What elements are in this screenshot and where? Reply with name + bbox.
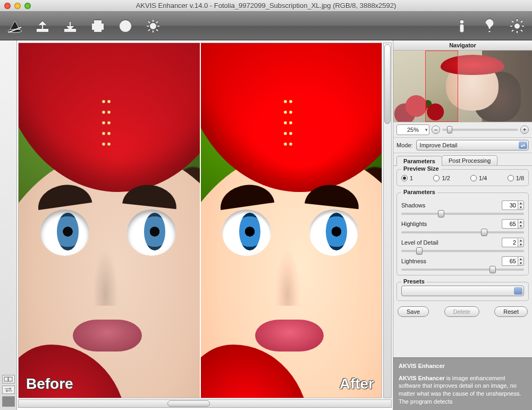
info-icon[interactable] — [451, 15, 472, 37]
shadows-slider[interactable] — [401, 213, 524, 215]
detail-stepper[interactable]: ▲▼ — [518, 238, 524, 247]
view-color-button[interactable] — [2, 396, 15, 407]
svg-rect-5 — [95, 21, 101, 24]
zoom-slider[interactable] — [442, 129, 518, 131]
canvas-vertical-scrollbar[interactable] — [383, 43, 392, 398]
after-pane: After — [200, 43, 382, 398]
shadows-input[interactable] — [502, 200, 518, 210]
detail-slider[interactable] — [401, 250, 524, 252]
navigator-viewport-box[interactable] — [425, 51, 458, 122]
print-icon[interactable] — [87, 15, 108, 37]
detail-input[interactable] — [502, 238, 518, 247]
zoom-value: 25% — [407, 127, 419, 133]
shadows-stepper[interactable]: ▲▼ — [518, 200, 524, 210]
left-tool-strip — [0, 40, 17, 410]
view-single-button[interactable] — [2, 375, 15, 383]
highlights-input[interactable] — [502, 219, 518, 229]
wizard-hat-icon[interactable] — [4, 15, 26, 37]
window-titlebar: AKVIS Enhancer v.14.0 - Fotolia_9972099_… — [0, 0, 532, 12]
highlights-label: Highlights — [401, 221, 427, 227]
svg-rect-6 — [95, 28, 101, 31]
delete-button[interactable]: Delete — [444, 306, 479, 317]
lightness-label: Lightness — [401, 258, 426, 264]
svg-rect-3 — [65, 29, 75, 31]
preview-size-group: Preview Size 1 1/2 1/4 1/8 — [396, 169, 529, 186]
preview-size-1-2[interactable]: 1/2 — [433, 175, 450, 181]
svg-rect-10 — [460, 24, 463, 32]
close-window-button[interactable] — [4, 3, 11, 9]
navigator-thumbnail[interactable] — [393, 51, 532, 122]
preview-size-1[interactable]: 1 — [401, 175, 413, 181]
after-label: After — [340, 375, 374, 392]
zoom-select[interactable]: 25% — [396, 124, 429, 135]
svg-rect-14 — [9, 377, 12, 381]
mode-label: Mode: — [396, 142, 413, 148]
shadows-label: Shadows — [401, 202, 425, 208]
svg-rect-2 — [37, 29, 48, 31]
svg-point-8 — [150, 23, 156, 29]
zoom-in-button[interactable]: + — [520, 125, 529, 134]
tab-post-processing[interactable]: Post Processing — [442, 155, 497, 165]
navigator-header: Navigator — [393, 40, 532, 51]
run-icon[interactable] — [142, 15, 164, 37]
zoom-window-button[interactable] — [24, 3, 31, 9]
parameters-group: Parameters Shadows ▲▼ Highlights ▲▼ Leve… — [396, 193, 529, 275]
before-label: Before — [26, 375, 73, 392]
view-swap-button[interactable] — [2, 386, 15, 394]
info-panel: AKVIS Enhancer AKVIS Enhancer is image e… — [393, 357, 532, 410]
open-icon[interactable] — [32, 15, 53, 37]
presets-legend: Presets — [401, 278, 427, 285]
minimize-window-button[interactable] — [14, 3, 21, 9]
share-icon[interactable] — [115, 15, 136, 37]
highlights-stepper[interactable]: ▲▼ — [518, 219, 524, 229]
info-body-prefix: AKVIS Enhancer — [399, 375, 445, 381]
presets-select[interactable] — [401, 286, 524, 296]
tab-parameters[interactable]: Parameters — [396, 156, 442, 166]
canvas-area: Before After — [17, 40, 393, 410]
window-title: AKVIS Enhancer v.14.0 - Fotolia_9972099_… — [0, 2, 532, 10]
mode-value: Improve Detail — [420, 142, 458, 148]
mode-select[interactable]: Improve Detail▴▾ — [416, 140, 529, 150]
before-pane: Before — [19, 43, 200, 398]
preview-size-1-4[interactable]: 1/4 — [470, 175, 487, 181]
save-icon[interactable] — [60, 15, 81, 37]
parameters-legend: Parameters — [401, 189, 437, 195]
detail-label: Level of Detail — [401, 239, 438, 246]
lightness-slider[interactable] — [401, 269, 524, 271]
presets-group: Presets — [396, 282, 529, 301]
info-title: AKVIS Enhancer — [399, 362, 527, 370]
help-icon[interactable] — [479, 15, 500, 37]
svg-point-11 — [488, 30, 490, 32]
svg-rect-13 — [4, 377, 8, 381]
canvas-horizontal-scrollbar[interactable] — [18, 399, 392, 408]
svg-point-9 — [460, 20, 463, 23]
preview-size-1-8[interactable]: 1/8 — [508, 175, 524, 181]
preview-size-legend: Preview Size — [401, 165, 441, 172]
reset-button[interactable]: Reset — [494, 306, 528, 317]
highlights-slider[interactable] — [401, 231, 524, 233]
right-panel: Navigator 25% − + Mode: Improve Detail▴▾… — [393, 40, 532, 410]
svg-point-12 — [515, 24, 519, 28]
settings-icon[interactable] — [506, 15, 528, 37]
main-toolbar — [0, 12, 532, 40]
lightness-input[interactable] — [502, 256, 518, 266]
lightness-stepper[interactable]: ▲▼ — [518, 256, 524, 266]
save-button[interactable]: Save — [398, 306, 429, 317]
before-after-compare[interactable]: Before After — [18, 43, 382, 398]
zoom-out-button[interactable]: − — [432, 125, 440, 134]
